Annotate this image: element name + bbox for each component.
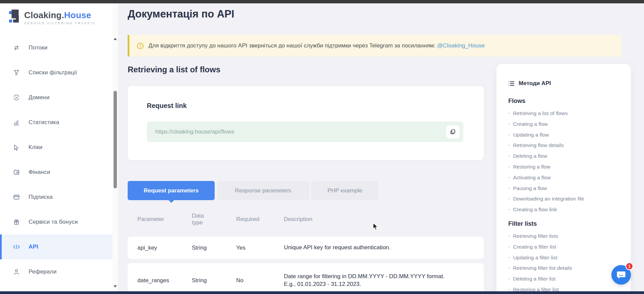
sidebar-item-label: Сервіси та бонуси — [29, 219, 78, 225]
sidebar-item-filter-lists[interactable]: Списки фільтрації — [0, 60, 113, 85]
sidebar-scrollbar[interactable] — [113, 3, 118, 291]
cell-parameter: api_key — [137, 245, 192, 251]
column-header-parameter: Parameter — [137, 216, 192, 223]
cell-parameter: date_ranges — [137, 277, 192, 284]
sidebar-item-label: Потоки — [29, 44, 47, 51]
method-link[interactable]: Creating a flow — [508, 119, 631, 130]
methods-section-flows: Flows — [508, 98, 631, 105]
logo-title: Cloaking.House — [24, 10, 96, 21]
sidebar-item-label: Домени — [29, 94, 49, 101]
method-link[interactable]: Creating a filter list — [508, 242, 631, 252]
sidebar-item-label: Списки фільтрації — [29, 69, 77, 76]
method-link[interactable]: Deleting a flow — [508, 151, 631, 161]
chat-bubble-icon — [616, 270, 626, 279]
clicks-cursor-icon — [13, 144, 20, 151]
sidebar-item-referrals[interactable]: Реферали — [0, 259, 113, 284]
filter-funnel-icon — [13, 69, 20, 76]
sidebar-item-label: Фінанси — [29, 169, 50, 176]
statistics-bars-icon — [13, 119, 20, 126]
telegram-link[interactable]: @Cloaking_House — [437, 42, 485, 49]
cell-data-type: String — [192, 245, 236, 251]
method-link[interactable]: Retrieving filter lists — [508, 231, 631, 242]
sidebar-item-services[interactable]: Сервіси та бонуси — [0, 210, 113, 234]
sidebar-item-domains[interactable]: w Домени — [0, 85, 113, 110]
sidebar-item-label: Реферали — [29, 268, 56, 275]
method-link[interactable]: Pausing a flow — [508, 183, 631, 194]
services-gift-icon — [13, 218, 20, 226]
request-url-field[interactable]: https://cloaking.house/api/flows — [147, 121, 463, 142]
tab-request-parameters[interactable]: Request parameters — [128, 181, 215, 200]
logo-mark-icon — [8, 9, 21, 26]
domains-globe-icon: w — [13, 94, 20, 101]
request-link-title: Request link — [147, 102, 187, 110]
cell-description: Date range for filtering in DD.MM.YYYY -… — [284, 273, 455, 288]
api-code-icon — [13, 243, 20, 251]
sidebar-menu: Потоки Списки фільтрації w Домени — [0, 35, 113, 284]
scroll-down-icon[interactable] — [114, 285, 117, 288]
sidebar-item-finances[interactable]: Фінанси — [0, 160, 113, 185]
method-link[interactable]: Downloading an integration file — [508, 193, 631, 204]
subscription-card-icon — [13, 193, 20, 201]
sidebar-item-label: API — [29, 244, 38, 250]
window-bottom-edge — [0, 291, 644, 294]
scrollbar-thumb[interactable] — [114, 91, 117, 188]
copy-button[interactable] — [446, 125, 460, 139]
method-link[interactable]: Creating a flow link — [508, 204, 631, 215]
sidebar-item-api[interactable]: API — [0, 234, 113, 259]
column-header-description: Description — [284, 216, 455, 223]
cell-required: No — [236, 277, 284, 284]
table-row: date_ranges String No Date range for fil… — [128, 263, 484, 294]
banner-text: Для відкриття доступу до нашого API звер… — [148, 42, 485, 49]
parameter-tabs: Request parameters Response parameters P… — [128, 181, 378, 200]
tab-response-parameters[interactable]: Response parameters — [217, 181, 309, 200]
section-title: Retrieving a list of flows — [128, 65, 220, 74]
main-content: Документація по API Для відкриття доступ… — [118, 3, 644, 291]
referrals-person-icon — [13, 268, 20, 275]
method-link[interactable]: Updating a filter list — [508, 252, 631, 263]
sidebar: Cloaking.House SERVICE FILTERING TRAFFIC… — [0, 3, 118, 291]
method-link[interactable]: Restoring a flow — [508, 161, 631, 172]
sidebar-item-flows[interactable]: Потоки — [0, 35, 113, 60]
api-methods-panel: Методи API Flows Retrieving a list of fl… — [497, 64, 631, 294]
column-header-data-type: Data type — [192, 213, 212, 226]
sidebar-item-label: Статистика — [29, 119, 59, 126]
flows-sync-icon — [13, 44, 20, 51]
svg-text:w: w — [15, 96, 18, 99]
copy-icon — [450, 129, 456, 135]
finances-wallet-icon — [13, 169, 20, 176]
info-banner: Для відкриття доступу до нашого API звер… — [128, 35, 621, 57]
list-icon — [508, 81, 515, 86]
warning-icon — [137, 42, 144, 49]
page-title: Документація по API — [128, 8, 234, 20]
request-url: https://cloaking.house/api/flows — [155, 128, 446, 135]
sidebar-item-statistics[interactable]: Статистика — [0, 110, 113, 135]
window-top-edge — [0, 0, 644, 3]
logo-subtitle: SERVICE FILTERING TRAFFIC — [24, 22, 96, 25]
tab-php-example[interactable]: PHP example — [311, 181, 378, 200]
sidebar-item-label: Підписка — [29, 194, 53, 200]
column-header-required: Required — [236, 216, 284, 223]
cell-data-type: String — [192, 277, 236, 284]
table-row: api_key String Yes Unique API key for re… — [128, 236, 484, 259]
sidebar-item-clicks[interactable]: Кліки — [0, 135, 113, 160]
scroll-up-icon[interactable] — [114, 38, 117, 40]
sidebar-item-subscription[interactable]: Підписка — [0, 185, 113, 210]
table-header-row: Parameter Data type Required Description — [128, 208, 484, 231]
cell-description: Unique API key for request authenticatio… — [284, 244, 455, 252]
method-link[interactable]: Retrieving a list of flows — [508, 108, 631, 119]
method-link[interactable]: Retrieving flow details — [508, 140, 631, 151]
request-link-card: Request link https://cloaking.house/api/… — [128, 86, 484, 160]
methods-panel-title: Методи API — [519, 80, 551, 87]
methods-list-flows: Retrieving a list of flows Creating a fl… — [508, 108, 631, 215]
sidebar-item-label: Кліки — [29, 144, 43, 151]
methods-section-filter-lists: Filter lists — [508, 220, 631, 227]
cell-required: Yes — [236, 245, 284, 251]
method-link[interactable]: Activating a flow — [508, 172, 631, 183]
chat-notification-badge: 1 — [626, 262, 633, 270]
logo[interactable]: Cloaking.House SERVICE FILTERING TRAFFIC — [8, 9, 96, 26]
methods-list-filter-lists: Retrieving filter lists Creating a filte… — [508, 231, 631, 294]
method-link[interactable]: Updating a flow — [508, 130, 631, 140]
